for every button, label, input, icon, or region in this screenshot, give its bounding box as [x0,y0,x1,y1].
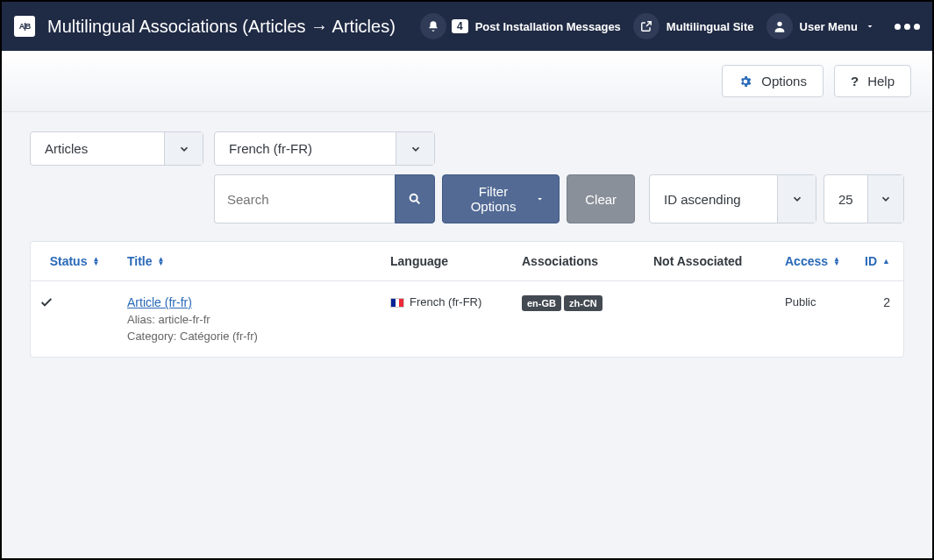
col-status[interactable]: Status ▲▼ [31,242,118,280]
association-badge[interactable]: en-GB [522,295,561,311]
col-access[interactable]: Access ▲▼ [776,242,855,280]
sort-asc-icon: ▲ [882,257,890,266]
notification-count: 4 [452,19,468,33]
search-button[interactable] [395,174,435,223]
help-button[interactable]: ? Help [834,65,911,97]
notification-label: Post Installation Messages [475,20,621,33]
options-button[interactable]: Options [722,65,823,97]
access-value: Public [776,281,855,323]
chevron-down-icon [777,175,816,223]
module-icon: A|B [14,16,35,37]
user-menu-button[interactable]: User Menu [766,13,875,39]
user-icon [766,13,793,39]
col-id[interactable]: ID ▲ [855,242,899,280]
sort-icon: ▲▼ [833,257,840,266]
chevron-down-icon [535,194,545,204]
question-icon: ? [851,74,859,89]
search-icon [408,192,422,206]
item-type-select[interactable]: Articles [30,131,203,166]
item-title-link[interactable]: Article (fr-fr) [127,295,192,309]
svg-point-0 [777,22,781,26]
sort-icon: ▲▼ [92,257,99,266]
site-link-label: Multilingual Site [667,20,754,33]
chevron-down-icon [865,21,875,32]
limit-select[interactable]: 25 [823,174,904,223]
flag-fr-icon [390,298,404,308]
table-row: Article (fr-fr) Alias: article-fr-fr Cat… [31,281,903,357]
language-select[interactable]: French (fr-FR) [214,131,435,166]
chevron-down-icon [164,132,203,165]
col-not-associated: Not Associated [645,242,776,280]
col-title[interactable]: Title ▲▼ [118,242,381,280]
search-input[interactable] [214,174,395,223]
col-language: Language [381,242,513,280]
external-link-icon [633,13,660,39]
col-associations: Associations [513,242,645,280]
gear-icon [738,74,752,89]
results-table: Status ▲▼ Title ▲▼ Language Associations… [30,241,904,358]
options-label: Options [761,74,807,89]
chevron-down-icon [867,175,903,223]
user-menu-label: User Menu [800,20,858,33]
svg-point-1 [410,195,417,202]
filter-options-button[interactable]: Filter Options [442,174,560,223]
help-label: Help [867,74,895,89]
check-icon [39,295,110,309]
notifications-button[interactable]: 4 Post Installation Messages [420,13,621,39]
bell-icon [420,13,446,39]
id-value: 2 [855,281,899,323]
site-link-button[interactable]: Multilingual Site [633,13,754,39]
sort-select[interactable]: ID ascending [649,174,816,223]
page-title: Multilingual Associations (Articles → Ar… [47,17,396,37]
more-menu-button[interactable] [888,24,920,30]
clear-button[interactable]: Clear [567,174,635,223]
association-badge[interactable]: zh-CN [564,295,602,311]
sort-icon: ▲▼ [158,257,165,266]
chevron-down-icon [396,132,434,165]
